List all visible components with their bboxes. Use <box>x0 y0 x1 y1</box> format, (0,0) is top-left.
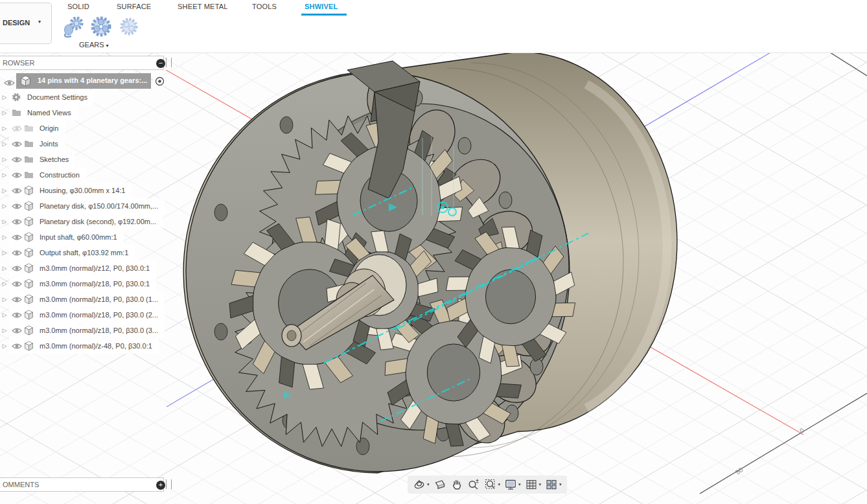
visibility-eye-icon[interactable] <box>12 281 24 288</box>
browser-item-m3-0mm-normal-z18-p0-30-0-3[interactable]: ▷m3.0mm (normal)/z18, P0, β30.0 (3... <box>0 323 165 338</box>
browser-item-m3-0mm-normal-z18-p0-30-0-1[interactable]: ▷m3.0mm (normal)/z18, P0, β30.0 (1... <box>0 292 165 307</box>
tab-solid[interactable]: SOLID <box>67 3 89 10</box>
browser-item-output-shaft-103-92-mm-1[interactable]: ▷Output shaft, φ103.92 mm:1 <box>0 245 135 260</box>
expand-arrow-icon[interactable]: ▷ <box>0 234 9 240</box>
look-at-tool[interactable] <box>432 477 448 492</box>
visibility-eye-icon[interactable] <box>12 141 24 148</box>
comments-drag-grip[interactable] <box>166 479 172 489</box>
browser-item-sketches[interactable]: ▷Sketches <box>0 152 75 167</box>
display-settings-tool[interactable]: ▾ <box>502 477 523 492</box>
browser-item-m3-0mm-normal-z12-p0-30-0-1[interactable]: ▷m3.0mm (normal)/z12, P0, β30.0:1 <box>0 260 156 276</box>
row-strip: Origin <box>9 120 65 136</box>
planetary-gear-icon[interactable] <box>89 14 113 41</box>
comments-panel: OMMENTS + <box>0 477 175 492</box>
body-icon <box>24 325 36 336</box>
browser-item-joints[interactable]: ▷Joints <box>0 136 65 152</box>
visibility-eye-icon[interactable] <box>12 125 24 132</box>
grid-display-tool[interactable]: ▾ <box>523 477 544 492</box>
visibility-eye-icon[interactable] <box>12 203 24 210</box>
expand-arrow-icon[interactable]: ▷ <box>0 109 9 116</box>
orbit-tool[interactable]: ▾ <box>411 477 432 492</box>
row-strip: Document Settings <box>9 89 94 105</box>
row-strip: m3.0mm (normal)/z-48, P0, β30.0:1 <box>9 338 159 354</box>
row-strip: Sketches <box>9 152 75 167</box>
browser-item-planetary-disk-150-00-174-00mm[interactable]: ▷Planetary disk, φ150.00/174.00mm,... <box>0 198 165 214</box>
pan-tool[interactable] <box>448 477 465 492</box>
browser-header: ROWSER − <box>0 56 164 70</box>
display-settings-icon <box>504 478 517 491</box>
gear-cluster-icon[interactable] <box>118 16 140 40</box>
expand-arrow-icon[interactable]: ▷ <box>0 281 9 287</box>
expand-arrow-icon[interactable]: ▷ <box>0 125 9 132</box>
pan-icon <box>450 478 463 491</box>
zoom-window-tool[interactable]: ▾ <box>482 477 503 492</box>
visibility-eye-icon[interactable] <box>12 343 24 350</box>
row-strip: Planetary disk, φ150.00/174.00mm,... <box>9 198 165 214</box>
expand-arrow-icon[interactable]: ▷ <box>0 327 9 334</box>
browser-root-component[interactable]: 14 pins with 4 planetary gears:... <box>0 73 170 89</box>
tab-sheet-metal[interactable]: SHEET METAL <box>178 3 228 10</box>
collapse-browser-button[interactable]: − <box>156 59 165 68</box>
expand-arrow-icon[interactable]: ▷ <box>0 249 9 256</box>
visibility-eye-icon[interactable] <box>12 249 24 257</box>
expand-arrow-icon[interactable]: ▷ <box>0 187 9 194</box>
gears-dropdown[interactable]: GEARS ▾ <box>79 41 109 49</box>
tab-shwivel[interactable]: SHWIVEL <box>305 3 338 10</box>
browser-item-input-shaft-60-00mm-1[interactable]: ▷Input shaft, φ60.00mm:1 <box>0 229 124 245</box>
activate-component-radio[interactable] <box>153 74 166 87</box>
visibility-eye-icon[interactable] <box>12 265 24 272</box>
visibility-eye-icon[interactable] <box>12 156 24 163</box>
visibility-eye-icon[interactable] <box>12 234 24 241</box>
expand-arrow-icon[interactable]: ▷ <box>0 203 9 209</box>
expand-arrow-icon[interactable]: ▷ <box>0 141 9 147</box>
browser-item-document-settings[interactable]: ▷Document Settings <box>0 89 94 105</box>
chevron-down-icon: ▾ <box>518 482 521 487</box>
body-icon <box>24 232 36 242</box>
visibility-eye-icon[interactable] <box>12 296 24 303</box>
visibility-eye-icon[interactable] <box>12 312 24 319</box>
folder-icon <box>12 109 24 117</box>
browser-item-construction[interactable]: ▷Construction <box>0 167 86 183</box>
browser-item-label: m3.0mm (normal)/z18, P0, β30.0:1 <box>40 280 150 288</box>
browser-drag-grip[interactable] <box>166 58 172 67</box>
expand-arrow-icon[interactable]: ▷ <box>0 218 9 225</box>
zoom-tool[interactable] <box>465 477 482 492</box>
body-icon <box>24 185 36 196</box>
visibility-eye-icon[interactable] <box>12 172 24 179</box>
expand-arrow-icon[interactable]: ▷ <box>0 312 9 318</box>
browser-item-named-views[interactable]: ▷Named Views <box>0 105 78 120</box>
comments-header: OMMENTS + <box>0 477 164 492</box>
expand-arrow-icon[interactable]: ▷ <box>0 156 9 163</box>
tab-surface[interactable]: SURFACE <box>117 3 151 10</box>
add-comment-button[interactable]: + <box>156 481 165 490</box>
expand-arrow-icon[interactable]: ▷ <box>0 265 9 271</box>
browser-item-label: Input shaft, φ60.00mm:1 <box>40 233 117 241</box>
body-icon <box>24 201 36 211</box>
visibility-eye-icon[interactable] <box>12 218 24 225</box>
browser-item-housing-30-00mm-x-14-1[interactable]: ▷Housing, φ30.00mm x 14:1 <box>0 183 132 198</box>
model-planetary-gearbox[interactable] <box>183 52 677 473</box>
body-icon <box>24 263 36 273</box>
visibility-eye-icon[interactable] <box>4 78 15 89</box>
visibility-eye-icon[interactable] <box>12 327 24 334</box>
tab-tools[interactable]: TOOLS <box>252 3 277 10</box>
expand-arrow-icon[interactable]: ▷ <box>0 172 9 178</box>
worm-gear-icon[interactable] <box>62 14 85 41</box>
browser-item-label: m3.0mm (normal)/z18, P0, β30.0 (2... <box>40 311 158 319</box>
visibility-eye-icon[interactable] <box>12 187 24 194</box>
row-strip: Housing, φ30.00mm x 14:1 <box>9 183 132 198</box>
gears-dropdown-label: GEARS <box>79 41 104 49</box>
browser-item-m3-0mm-normal-z-48-p0-30-0-1[interactable]: ▷m3.0mm (normal)/z-48, P0, β30.0:1 <box>0 338 159 354</box>
browser-item-origin[interactable]: ▷Origin <box>0 120 65 136</box>
component-cube-icon <box>19 75 32 90</box>
browser-item-m3-0mm-normal-z18-p0-30-0-2[interactable]: ▷m3.0mm (normal)/z18, P0, β30.0 (2... <box>0 307 165 323</box>
expand-arrow-icon[interactable]: ▷ <box>0 343 9 349</box>
browser-item-m3-0mm-normal-z18-p0-30-0-1[interactable]: ▷m3.0mm (normal)/z18, P0, β30.0:1 <box>0 276 156 292</box>
design-menu-label: DESIGN <box>3 19 30 27</box>
design-menu-button[interactable]: DESIGN ▾ <box>0 3 52 44</box>
viewports-tool[interactable]: ▾ <box>543 477 564 492</box>
expand-arrow-icon[interactable]: ▷ <box>0 94 9 100</box>
browser-item-planetary-disk-second-192-00m[interactable]: ▷Planetary disk (second), φ192.00m... <box>0 214 163 229</box>
expand-arrow-icon[interactable]: ▷ <box>0 296 9 303</box>
chevron-down-icon: ▾ <box>498 482 501 487</box>
